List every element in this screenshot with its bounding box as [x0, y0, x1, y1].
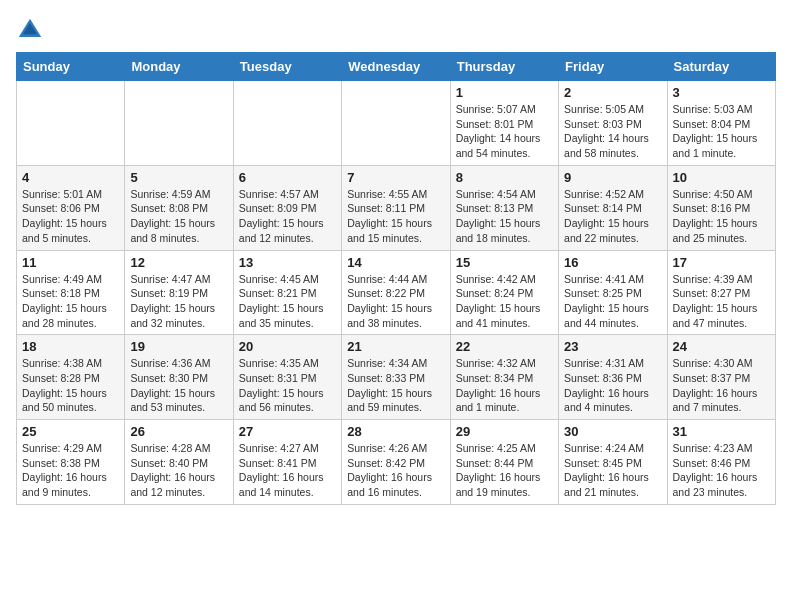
day-number: 19 [130, 339, 227, 354]
day-number: 31 [673, 424, 770, 439]
calendar-cell: 28Sunrise: 4:26 AMSunset: 8:42 PMDayligh… [342, 420, 450, 505]
day-number: 21 [347, 339, 444, 354]
day-number: 20 [239, 339, 336, 354]
day-number: 25 [22, 424, 119, 439]
day-number: 17 [673, 255, 770, 270]
calendar-cell: 19Sunrise: 4:36 AMSunset: 8:30 PMDayligh… [125, 335, 233, 420]
day-info: Sunrise: 4:28 AMSunset: 8:40 PMDaylight:… [130, 441, 227, 500]
day-number: 27 [239, 424, 336, 439]
day-number: 24 [673, 339, 770, 354]
calendar-cell: 1Sunrise: 5:07 AMSunset: 8:01 PMDaylight… [450, 81, 558, 166]
calendar-cell: 30Sunrise: 4:24 AMSunset: 8:45 PMDayligh… [559, 420, 667, 505]
day-info: Sunrise: 4:32 AMSunset: 8:34 PMDaylight:… [456, 356, 553, 415]
weekday-header: Friday [559, 53, 667, 81]
logo-icon [16, 16, 44, 44]
day-number: 11 [22, 255, 119, 270]
day-info: Sunrise: 4:38 AMSunset: 8:28 PMDaylight:… [22, 356, 119, 415]
day-number: 3 [673, 85, 770, 100]
day-info: Sunrise: 4:30 AMSunset: 8:37 PMDaylight:… [673, 356, 770, 415]
calendar-cell [125, 81, 233, 166]
calendar-header-row: SundayMondayTuesdayWednesdayThursdayFrid… [17, 53, 776, 81]
calendar-cell: 15Sunrise: 4:42 AMSunset: 8:24 PMDayligh… [450, 250, 558, 335]
calendar-cell: 13Sunrise: 4:45 AMSunset: 8:21 PMDayligh… [233, 250, 341, 335]
day-number: 23 [564, 339, 661, 354]
day-info: Sunrise: 4:44 AMSunset: 8:22 PMDaylight:… [347, 272, 444, 331]
weekday-header: Tuesday [233, 53, 341, 81]
calendar-cell: 7Sunrise: 4:55 AMSunset: 8:11 PMDaylight… [342, 165, 450, 250]
day-info: Sunrise: 4:31 AMSunset: 8:36 PMDaylight:… [564, 356, 661, 415]
day-number: 12 [130, 255, 227, 270]
weekday-header: Sunday [17, 53, 125, 81]
day-info: Sunrise: 4:52 AMSunset: 8:14 PMDaylight:… [564, 187, 661, 246]
day-number: 7 [347, 170, 444, 185]
weekday-header: Saturday [667, 53, 775, 81]
day-info: Sunrise: 4:24 AMSunset: 8:45 PMDaylight:… [564, 441, 661, 500]
day-info: Sunrise: 4:27 AMSunset: 8:41 PMDaylight:… [239, 441, 336, 500]
weekday-header: Wednesday [342, 53, 450, 81]
day-info: Sunrise: 4:47 AMSunset: 8:19 PMDaylight:… [130, 272, 227, 331]
day-info: Sunrise: 4:59 AMSunset: 8:08 PMDaylight:… [130, 187, 227, 246]
day-info: Sunrise: 4:39 AMSunset: 8:27 PMDaylight:… [673, 272, 770, 331]
calendar-cell: 12Sunrise: 4:47 AMSunset: 8:19 PMDayligh… [125, 250, 233, 335]
day-number: 8 [456, 170, 553, 185]
weekday-header: Thursday [450, 53, 558, 81]
calendar-cell: 21Sunrise: 4:34 AMSunset: 8:33 PMDayligh… [342, 335, 450, 420]
calendar-cell: 23Sunrise: 4:31 AMSunset: 8:36 PMDayligh… [559, 335, 667, 420]
day-info: Sunrise: 4:23 AMSunset: 8:46 PMDaylight:… [673, 441, 770, 500]
day-info: Sunrise: 4:34 AMSunset: 8:33 PMDaylight:… [347, 356, 444, 415]
weekday-header: Monday [125, 53, 233, 81]
calendar-cell [342, 81, 450, 166]
day-info: Sunrise: 5:05 AMSunset: 8:03 PMDaylight:… [564, 102, 661, 161]
day-info: Sunrise: 4:29 AMSunset: 8:38 PMDaylight:… [22, 441, 119, 500]
day-info: Sunrise: 5:07 AMSunset: 8:01 PMDaylight:… [456, 102, 553, 161]
calendar-week-row: 4Sunrise: 5:01 AMSunset: 8:06 PMDaylight… [17, 165, 776, 250]
day-info: Sunrise: 4:45 AMSunset: 8:21 PMDaylight:… [239, 272, 336, 331]
calendar-cell: 25Sunrise: 4:29 AMSunset: 8:38 PMDayligh… [17, 420, 125, 505]
day-info: Sunrise: 4:36 AMSunset: 8:30 PMDaylight:… [130, 356, 227, 415]
day-number: 26 [130, 424, 227, 439]
day-info: Sunrise: 4:42 AMSunset: 8:24 PMDaylight:… [456, 272, 553, 331]
calendar-cell: 6Sunrise: 4:57 AMSunset: 8:09 PMDaylight… [233, 165, 341, 250]
calendar-table: SundayMondayTuesdayWednesdayThursdayFrid… [16, 52, 776, 505]
day-info: Sunrise: 5:01 AMSunset: 8:06 PMDaylight:… [22, 187, 119, 246]
calendar-cell: 26Sunrise: 4:28 AMSunset: 8:40 PMDayligh… [125, 420, 233, 505]
day-info: Sunrise: 4:49 AMSunset: 8:18 PMDaylight:… [22, 272, 119, 331]
day-info: Sunrise: 4:55 AMSunset: 8:11 PMDaylight:… [347, 187, 444, 246]
calendar-cell [233, 81, 341, 166]
day-info: Sunrise: 4:50 AMSunset: 8:16 PMDaylight:… [673, 187, 770, 246]
calendar-week-row: 18Sunrise: 4:38 AMSunset: 8:28 PMDayligh… [17, 335, 776, 420]
calendar-week-row: 1Sunrise: 5:07 AMSunset: 8:01 PMDaylight… [17, 81, 776, 166]
day-number: 14 [347, 255, 444, 270]
day-info: Sunrise: 4:54 AMSunset: 8:13 PMDaylight:… [456, 187, 553, 246]
day-number: 9 [564, 170, 661, 185]
day-number: 6 [239, 170, 336, 185]
calendar-cell: 24Sunrise: 4:30 AMSunset: 8:37 PMDayligh… [667, 335, 775, 420]
day-info: Sunrise: 4:25 AMSunset: 8:44 PMDaylight:… [456, 441, 553, 500]
calendar-cell: 11Sunrise: 4:49 AMSunset: 8:18 PMDayligh… [17, 250, 125, 335]
day-number: 22 [456, 339, 553, 354]
day-number: 28 [347, 424, 444, 439]
calendar-cell: 22Sunrise: 4:32 AMSunset: 8:34 PMDayligh… [450, 335, 558, 420]
calendar-cell: 14Sunrise: 4:44 AMSunset: 8:22 PMDayligh… [342, 250, 450, 335]
day-number: 16 [564, 255, 661, 270]
calendar-cell: 2Sunrise: 5:05 AMSunset: 8:03 PMDaylight… [559, 81, 667, 166]
day-info: Sunrise: 4:35 AMSunset: 8:31 PMDaylight:… [239, 356, 336, 415]
day-info: Sunrise: 4:41 AMSunset: 8:25 PMDaylight:… [564, 272, 661, 331]
day-number: 1 [456, 85, 553, 100]
day-info: Sunrise: 4:57 AMSunset: 8:09 PMDaylight:… [239, 187, 336, 246]
calendar-cell: 5Sunrise: 4:59 AMSunset: 8:08 PMDaylight… [125, 165, 233, 250]
calendar-cell: 27Sunrise: 4:27 AMSunset: 8:41 PMDayligh… [233, 420, 341, 505]
day-number: 29 [456, 424, 553, 439]
calendar-cell: 16Sunrise: 4:41 AMSunset: 8:25 PMDayligh… [559, 250, 667, 335]
calendar-cell: 20Sunrise: 4:35 AMSunset: 8:31 PMDayligh… [233, 335, 341, 420]
day-number: 10 [673, 170, 770, 185]
logo [16, 16, 48, 44]
day-number: 4 [22, 170, 119, 185]
day-number: 13 [239, 255, 336, 270]
day-number: 2 [564, 85, 661, 100]
calendar-cell: 9Sunrise: 4:52 AMSunset: 8:14 PMDaylight… [559, 165, 667, 250]
calendar-cell: 17Sunrise: 4:39 AMSunset: 8:27 PMDayligh… [667, 250, 775, 335]
calendar-week-row: 11Sunrise: 4:49 AMSunset: 8:18 PMDayligh… [17, 250, 776, 335]
calendar-cell: 10Sunrise: 4:50 AMSunset: 8:16 PMDayligh… [667, 165, 775, 250]
calendar-cell: 31Sunrise: 4:23 AMSunset: 8:46 PMDayligh… [667, 420, 775, 505]
